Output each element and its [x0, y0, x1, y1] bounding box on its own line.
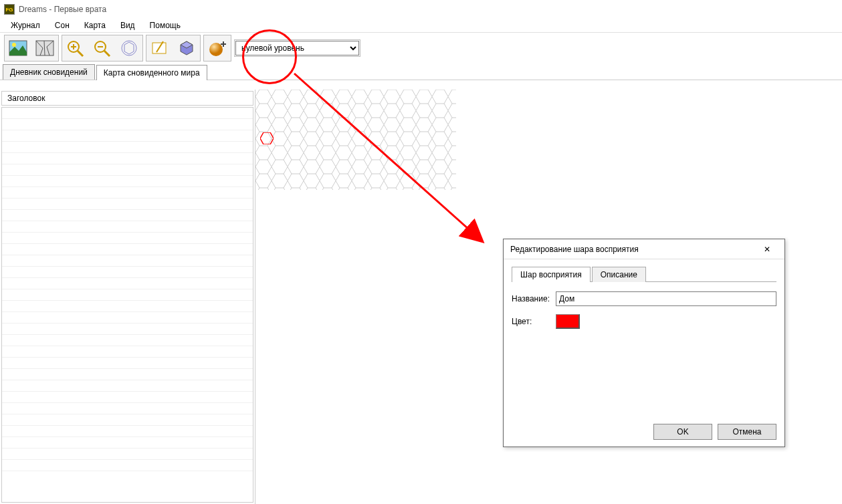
hex-grid-background	[255, 90, 456, 190]
dialog-close-button[interactable]: ✕	[752, 240, 782, 259]
cancel-button[interactable]: Отмена	[718, 424, 776, 440]
name-label: Название:	[512, 294, 556, 303]
svg-marker-11	[124, 42, 134, 54]
hex-grid-icon[interactable]	[116, 36, 142, 60]
dialog-title: Редактирование шара восприятия	[510, 245, 639, 254]
color-picker[interactable]	[556, 314, 580, 329]
title-bar: FG Dreams - Первые врата	[0, 0, 842, 19]
menu-journal[interactable]: Журнал	[4, 19, 47, 31]
sidebar: Заголовок	[0, 90, 255, 504]
dialog-tabs: Шар восприятия Описание	[512, 266, 776, 282]
svg-marker-21	[260, 132, 274, 144]
tab-dream-map[interactable]: Карта сновиденного мира	[96, 65, 207, 80]
document-tabs: Дневник сновидений Карта сновиденного ми…	[0, 63, 842, 80]
selected-hex-marker	[260, 132, 274, 144]
menu-map[interactable]: Карта	[78, 19, 112, 31]
window-title: Dreams - Первые врата	[19, 5, 106, 14]
list-body[interactable]	[1, 107, 253, 503]
svg-line-4	[78, 51, 83, 56]
list-header-title[interactable]: Заголовок	[1, 91, 253, 106]
menu-view[interactable]: Вид	[114, 19, 142, 31]
zoom-in-icon[interactable]	[63, 36, 88, 60]
app-icon: FG	[4, 4, 15, 15]
menu-bar: Журнал Сон Карта Вид Помощь	[0, 19, 842, 32]
ok-button[interactable]: OK	[653, 424, 712, 440]
svg-rect-20	[255, 90, 456, 190]
cracked-icon[interactable]	[32, 36, 58, 60]
edit-sphere-dialog: Редактирование шара восприятия ✕ Шар вос…	[503, 239, 785, 447]
tab-perception-sphere[interactable]: Шар восприятия	[512, 267, 591, 282]
menu-dream[interactable]: Сон	[48, 19, 76, 31]
tab-dream-diary[interactable]: Дневник сновидений	[3, 64, 95, 80]
svg-point-10	[122, 41, 136, 55]
edit-icon[interactable]	[147, 36, 173, 60]
hex-3d-icon[interactable]	[174, 36, 199, 60]
name-input[interactable]	[556, 291, 776, 306]
svg-line-8	[104, 51, 110, 56]
close-icon: ✕	[764, 245, 770, 254]
color-label: Цвет:	[512, 317, 556, 326]
svg-point-1	[12, 43, 16, 47]
dialog-titlebar[interactable]: Редактирование шара восприятия ✕	[504, 239, 784, 259]
picture-icon[interactable]	[5, 36, 31, 60]
zoom-out-icon[interactable]	[90, 36, 115, 60]
menu-help[interactable]: Помощь	[143, 19, 187, 31]
sphere-add-icon[interactable]	[205, 36, 230, 60]
tab-description[interactable]: Описание	[592, 267, 646, 282]
toolbar: нулевой уровень	[0, 32, 842, 63]
level-dropdown[interactable]: нулевой уровень	[235, 41, 359, 55]
